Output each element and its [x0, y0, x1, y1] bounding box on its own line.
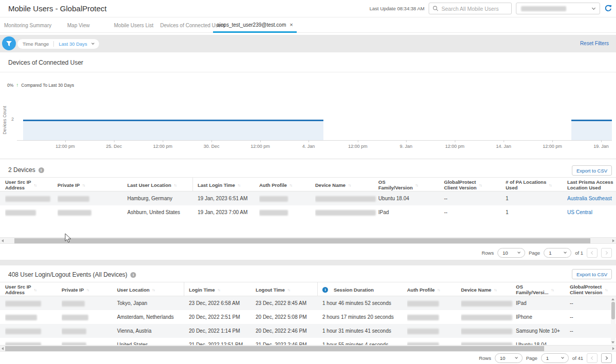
events-table-section: 408 User Login/Logout Events (All Device…: [0, 265, 616, 364]
rows-label: Rows: [479, 355, 491, 361]
table-cell: Samsung Note 10+: [516, 324, 569, 338]
column-header[interactable]: GlobalProtect Client Version↑↓: [570, 282, 613, 297]
redacted-cell: [407, 310, 460, 324]
scroll-left-icon[interactable]: [2, 239, 4, 242]
sort-icon[interactable]: ↑↓: [82, 183, 85, 187]
tab-aiops-test-user239-test-com[interactable]: aiops_test_user239@test.com×: [213, 18, 297, 33]
page-select[interactable]: 1: [544, 248, 571, 258]
vertical-scrollbar[interactable]: [611, 297, 615, 344]
sort-icon[interactable]: ↑↓: [34, 183, 36, 187]
page-select[interactable]: 1: [541, 353, 569, 363]
table-body: Tokyo, Japan23 Dec, 2022 6:58 AM23 Dec, …: [0, 296, 616, 345]
sort-icon[interactable]: ↑↓: [605, 288, 607, 292]
table-cell: 20 Dec, 2022 5:08 PM: [256, 310, 321, 324]
column-header[interactable]: # of PA Locations Used↑↓: [506, 178, 566, 192]
tab-monitoring-summary[interactable]: Monitoring Summary: [4, 18, 51, 33]
next-page-button[interactable]: [601, 248, 612, 258]
column-header[interactable]: Device Name↑↓: [315, 178, 377, 192]
x-tick-mark: [406, 140, 407, 142]
rows-per-page-select[interactable]: 10: [497, 248, 525, 258]
sort-icon[interactable]: ↑↓: [415, 183, 418, 187]
column-header[interactable]: Last Prisma Access Location Used: [567, 178, 613, 192]
time-range-filter[interactable]: Time Range Last 30 Days: [17, 39, 99, 49]
horizontal-scrollbar[interactable]: [0, 237, 616, 244]
column-header[interactable]: OS Family/Versi...↑↓: [516, 282, 569, 297]
sort-icon[interactable]: ↑↓: [34, 288, 36, 292]
user-scope-dropdown[interactable]: [516, 3, 600, 14]
info-icon[interactable]: i: [38, 167, 44, 173]
table-row[interactable]: United States21 Dec, 2022 12:51 PM21 Dec…: [0, 338, 616, 345]
table-row[interactable]: Tokyo, Japan23 Dec, 2022 6:58 AM23 Dec, …: [0, 296, 616, 310]
export-csv-button[interactable]: Export to CSV: [572, 269, 612, 279]
table-row[interactable]: Ashburn, United States19 Jan, 2023 7:00 …: [0, 205, 616, 219]
sort-icon[interactable]: ↑↓: [174, 183, 177, 187]
column-header[interactable]: User Src IP Address↑↓: [5, 178, 56, 192]
column-header[interactable]: Login Time↑↓: [189, 282, 255, 297]
scroll-left-icon[interactable]: [2, 347, 4, 350]
table-cell: Ashburn, United States: [127, 205, 197, 219]
column-header[interactable]: Auth Profile↑↓: [259, 178, 314, 192]
search-box[interactable]: [429, 3, 512, 14]
scroll-right-icon[interactable]: [612, 239, 614, 242]
rows-per-page-select[interactable]: 10: [495, 353, 523, 363]
sort-icon[interactable]: ↑↓: [494, 288, 496, 292]
table-row[interactable]: Hamburg, Germany19 Jan, 2023 6:51 AMUbun…: [0, 191, 616, 205]
horizontal-scrollbar[interactable]: [0, 345, 616, 352]
scroll-right-icon[interactable]: [612, 347, 614, 350]
column-header[interactable]: Private IP↑↓: [62, 282, 116, 297]
sort-icon[interactable]: ↑↓: [86, 288, 89, 292]
table-header-row: User Src IP Address↑↓Private IP↑↓User Lo…: [0, 282, 616, 296]
filter-icon[interactable]: [2, 36, 16, 50]
chart-comparison-stats: 0% ↑ Compared To Last 30 Days: [7, 83, 74, 88]
next-page-button[interactable]: [601, 353, 612, 363]
table-cell[interactable]: US Central: [567, 205, 613, 219]
table-row[interactable]: Amsterdam, Netherlands20 Dec, 2022 2:51 …: [0, 310, 616, 324]
column-header[interactable]: Last Login Time↑↓: [198, 178, 258, 192]
column-header[interactable]: iSession Duration: [322, 282, 406, 297]
close-tab-icon[interactable]: ×: [290, 22, 293, 27]
sort-icon[interactable]: ↑↓: [437, 288, 440, 292]
tab-map-view[interactable]: Map View: [67, 18, 90, 33]
chevron-down-icon: [564, 251, 567, 254]
sort-icon[interactable]: ↑↓: [290, 183, 292, 187]
column-header[interactable]: User Location↑↓: [117, 282, 188, 297]
column-header[interactable]: OS Family/Version↑↓: [378, 178, 443, 192]
table-cell[interactable]: Australia Southeast: [567, 191, 613, 205]
sort-icon[interactable]: ↑↓: [551, 288, 553, 292]
export-csv-button[interactable]: Export to CSV: [572, 165, 612, 176]
reset-filters-link[interactable]: Reset Filters: [580, 41, 609, 46]
tab-mobile-users-list[interactable]: Mobile Users List: [114, 18, 153, 33]
x-tick-mark: [504, 140, 504, 142]
scroll-up-icon[interactable]: [611, 298, 614, 300]
scrollbar-thumb[interactable]: [14, 238, 590, 243]
sort-icon[interactable]: ↑↓: [348, 183, 351, 187]
sort-icon[interactable]: ↑↓: [287, 288, 290, 292]
sort-icon[interactable]: ↑↓: [479, 183, 482, 187]
prev-page-button[interactable]: [587, 353, 598, 363]
scrollbar-thumb[interactable]: [5, 346, 544, 351]
time-range-value[interactable]: Last 30 Days: [59, 41, 87, 47]
sort-icon[interactable]: ↑↓: [549, 183, 551, 187]
column-header[interactable]: Auth Profile↑↓: [407, 282, 460, 297]
column-header[interactable]: Private IP↑↓: [57, 178, 126, 192]
refresh-icon[interactable]: [604, 5, 612, 12]
sort-icon[interactable]: ↑↓: [218, 288, 220, 292]
sort-icon[interactable]: ↑↓: [238, 183, 240, 187]
prev-page-button[interactable]: [587, 248, 598, 258]
trend-up-icon: ↑: [16, 83, 18, 87]
column-header[interactable]: User Src IP Address↑↓: [5, 282, 61, 297]
info-icon[interactable]: i: [322, 287, 328, 293]
info-icon[interactable]: i: [130, 272, 136, 278]
search-input[interactable]: [441, 6, 508, 12]
column-header[interactable]: Logout Time↑↓: [256, 282, 321, 297]
scrollbar-thumb[interactable]: [611, 302, 615, 319]
column-header[interactable]: Device Name↑↓: [461, 282, 515, 297]
column-header[interactable]: GlobalProtect Client Version↑↓: [444, 178, 505, 192]
table-cell: 21 Dec, 2022 12:51 PM: [189, 338, 255, 345]
column-header[interactable]: Last User Location↑↓: [127, 178, 197, 192]
column-header-label: Last Prisma Access Location Used: [567, 179, 613, 190]
table-row[interactable]: Vienna, Austria20 Dec, 2022 1:14 PM20 De…: [0, 324, 616, 338]
redacted-cell: [259, 191, 314, 205]
sort-icon[interactable]: ↑↓: [152, 288, 155, 292]
scroll-down-icon[interactable]: [611, 341, 614, 343]
